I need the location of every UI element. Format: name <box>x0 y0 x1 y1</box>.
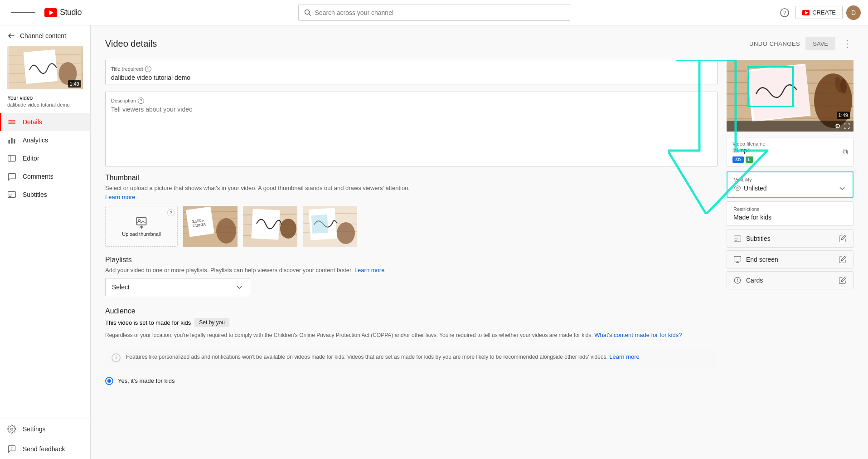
title-field[interactable]: Title (required) ? <box>105 60 718 84</box>
visibility-label: Visibility <box>734 177 846 182</box>
upload-thumb-label: Upload thumbnail <box>122 231 161 237</box>
svg-rect-15 <box>9 140 10 144</box>
back-to-channel[interactable]: Channel content <box>0 25 90 46</box>
save-button[interactable]: SAVE <box>805 37 835 50</box>
end-screen-row[interactable]: End screen <box>727 250 853 269</box>
svg-point-63 <box>737 187 738 189</box>
logo[interactable]: Studio <box>44 8 82 17</box>
filename-info: Video filename ial.mp4 SD L <box>732 141 766 163</box>
audience-desc: Regardless of your location, you're lega… <box>105 331 718 340</box>
thumbnail-section: Thumbnail Select or upload a picture tha… <box>105 174 718 247</box>
logo-text: Studio <box>60 8 82 17</box>
thumbnail-option-2[interactable] <box>243 206 297 247</box>
subtitles-row-label: Subtitles <box>746 235 771 242</box>
content-area: Title (required) ? Description ? <box>105 60 853 394</box>
filename-label: Video filename <box>732 141 766 146</box>
analytics-label: Analytics <box>23 137 48 144</box>
page-title: Video details <box>105 39 157 49</box>
sidebar-item-settings[interactable]: Settings <box>0 419 90 439</box>
youtube-icon <box>44 8 57 17</box>
menu-button[interactable] <box>7 8 39 18</box>
thumbnail-learn-more[interactable]: Learn more <box>105 194 135 200</box>
description-textarea[interactable] <box>111 106 712 169</box>
playlist-placeholder: Select <box>112 283 130 291</box>
filename-value: ial.mp4 <box>732 147 766 154</box>
editor-icon <box>7 154 16 163</box>
settings-label: Settings <box>23 425 46 433</box>
title-help-icon[interactable]: ? <box>145 66 151 72</box>
svg-rect-20 <box>8 191 16 197</box>
more-options-button[interactable]: ⋮ <box>841 36 853 51</box>
svg-point-43 <box>280 219 296 239</box>
back-arrow-icon <box>7 32 15 40</box>
cards-row[interactable]: Cards <box>727 271 853 289</box>
audience-section: Audience This video is set to made for k… <box>105 307 718 387</box>
search-icon <box>304 9 311 16</box>
playlists-learn-more[interactable]: Learn more <box>354 267 384 273</box>
undo-changes-button[interactable]: UNDO CHANGES <box>749 40 800 47</box>
editor-label: Editor <box>23 155 39 162</box>
end-screen-edit-icon[interactable] <box>839 255 847 264</box>
audience-info-learn-more[interactable]: Learn more <box>609 353 639 360</box>
comments-label: Comments <box>23 173 53 180</box>
subtitles-icon <box>7 190 16 199</box>
sidebar-item-subtitles[interactable]: Subtitles <box>0 186 90 204</box>
sidebar-item-details[interactable]: Details <box>0 113 90 131</box>
subtitles-label: Subtitles <box>23 191 47 198</box>
video-duration: 1:49 <box>68 80 81 88</box>
restrictions-value: Made for kids <box>733 214 847 221</box>
description-field[interactable]: Description ? <box>105 92 718 166</box>
copy-button[interactable]: ⧉ <box>843 148 848 156</box>
file-badges: SD L <box>732 156 766 163</box>
title-label: Title (required) ? <box>111 66 712 72</box>
right-panel: 1:49 ⚙ ⛶ <box>727 60 853 289</box>
layout: Channel content 1:4 <box>0 25 868 459</box>
audience-link[interactable]: What's content made for for kids? <box>594 332 682 338</box>
feedback-label: Send feedback <box>23 445 65 453</box>
search-input[interactable] <box>315 9 564 16</box>
thumbnail-option-3[interactable] <box>303 206 357 247</box>
video-fullscreen-button[interactable]: ⛶ <box>844 122 850 130</box>
chevron-down-icon <box>235 283 243 291</box>
create-button[interactable]: CREATE <box>795 6 843 19</box>
thumbnail-area: ? Upload thumbnail <box>105 206 718 247</box>
thumbnail-option-1[interactable]: ЗДЕСЬ ГАЛЬТА <box>183 206 238 247</box>
svg-rect-18 <box>8 155 16 161</box>
page-header: Video details UNDO CHANGES SAVE ⋮ <box>105 36 853 51</box>
svg-point-23 <box>11 428 13 430</box>
sidebar-item-comments[interactable]: Comments <box>0 167 90 186</box>
playlist-select[interactable]: Select <box>105 278 250 296</box>
create-icon <box>802 10 810 15</box>
upload-thumb-help[interactable]: ? <box>167 209 175 216</box>
svg-point-49 <box>337 222 355 244</box>
subtitles-edit-icon[interactable] <box>839 234 847 243</box>
cards-edit-icon[interactable] <box>839 276 847 284</box>
sidebar-item-feedback[interactable]: Send feedback <box>0 439 90 459</box>
avatar[interactable]: D <box>846 5 861 20</box>
video-thumbnail[interactable]: 1:49 <box>7 46 83 89</box>
title-input[interactable] <box>111 74 712 81</box>
radio-yes-circle <box>105 377 113 385</box>
svg-point-37 <box>216 218 236 244</box>
info-icon: i <box>112 353 121 362</box>
sidebar-item-editor[interactable]: Editor <box>0 149 90 167</box>
playlists-section: Playlists Add your video to one or more … <box>105 256 718 296</box>
desc-help-icon[interactable]: ? <box>138 98 144 104</box>
details-label: Details <box>23 118 42 126</box>
visibility-dropdown-icon[interactable] <box>838 184 846 192</box>
svg-rect-17 <box>14 139 15 144</box>
description-group: Description ? <box>105 92 718 166</box>
upload-thumbnail-button[interactable]: ? Upload thumbnail <box>105 206 178 247</box>
title-group: Title (required) ? <box>105 60 718 84</box>
subtitles-row[interactable]: Subtitles <box>727 230 853 248</box>
playlists-title: Playlists <box>105 256 718 264</box>
video-settings-button[interactable]: ⚙ <box>835 122 841 130</box>
visibility-field: Visibility Unlisted <box>727 171 853 198</box>
sidebar-video-name: dalibude video tutorial demo <box>0 102 90 113</box>
sidebar-item-analytics[interactable]: Analytics <box>0 131 90 149</box>
video-preview: 1:49 ⚙ ⛶ <box>727 60 853 132</box>
sidebar: Channel content 1:4 <box>0 25 91 459</box>
radio-yes-option[interactable]: Yes, it's made for kids <box>105 375 718 387</box>
badge-sd: SD <box>732 156 744 163</box>
help-button[interactable]: ? <box>777 5 792 20</box>
